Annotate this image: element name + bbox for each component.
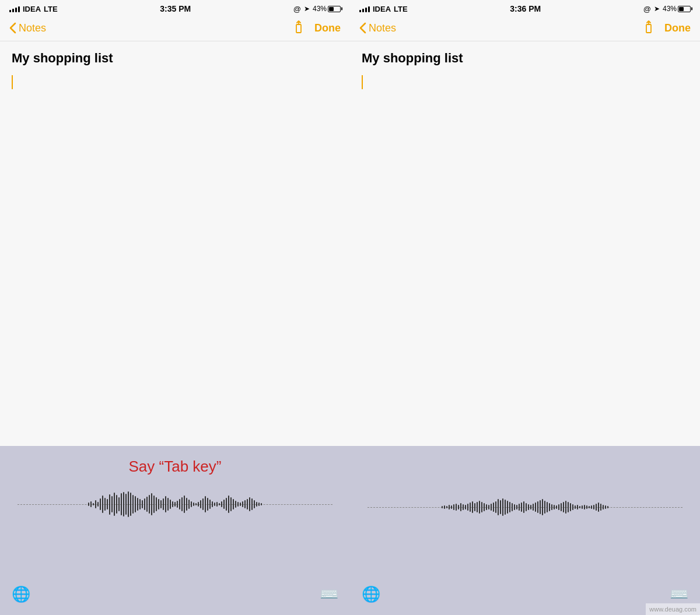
left-carrier: IDEA [23, 5, 41, 13]
left-battery: 43% [313, 5, 341, 13]
right-done-button[interactable]: Done [664, 22, 691, 34]
svg-rect-0 [296, 24, 301, 33]
left-note-title: My shopping list [12, 51, 338, 66]
left-globe-icon[interactable]: 🌐 [12, 585, 30, 603]
right-signal-icon [359, 5, 370, 12]
left-back-label: Notes [19, 22, 46, 34]
right-back-label: Notes [369, 22, 396, 34]
svg-rect-1 [646, 24, 651, 33]
left-status-right: @ ➤ 43% [293, 5, 341, 13]
right-battery: 43% [663, 5, 691, 13]
left-at-icon: @ [293, 5, 301, 13]
left-chevron-left-icon [9, 22, 16, 34]
watermark: www.deuag.com [646, 603, 700, 615]
left-battery-icon [328, 6, 341, 12]
left-network: LTE [44, 5, 58, 13]
right-bottom-buttons: 🌐 ⌨️ [350, 585, 700, 603]
right-status-left: IDEA LTE [359, 5, 408, 13]
right-status-bar: IDEA LTE 3:36 PM @ ➤ 43% [350, 0, 700, 17]
left-location-icon: ➤ [304, 5, 310, 13]
left-share-icon[interactable] [292, 20, 305, 36]
right-status-right: @ ➤ 43% [643, 5, 691, 13]
right-note-title: My shopping list [362, 51, 688, 66]
left-bottom-area: Say “Tab key” [0, 446, 350, 615]
left-bottom-buttons: 🌐 ⌨️ [0, 585, 350, 603]
left-status-left: IDEA LTE [9, 5, 58, 13]
right-bottom-area: 🌐 ⌨️ [350, 446, 700, 615]
left-note-content[interactable]: My shopping list [0, 41, 350, 446]
right-battery-pct: 43% [663, 5, 677, 13]
left-waveform [0, 490, 350, 519]
left-waveform-bars [88, 490, 262, 519]
right-cursor [362, 75, 688, 92]
left-nav-right: Done [292, 20, 341, 36]
right-network: LTE [394, 5, 408, 13]
right-text-cursor [362, 75, 363, 89]
right-chevron-left-icon [359, 22, 366, 34]
right-battery-icon [678, 6, 691, 12]
right-location-icon: ➤ [654, 5, 660, 13]
right-globe-icon[interactable]: 🌐 [362, 585, 380, 603]
right-nav-right: Done [642, 20, 691, 36]
left-done-button[interactable]: Done [314, 22, 341, 34]
right-at-icon: @ [643, 5, 651, 13]
left-battery-pct: 43% [313, 5, 327, 13]
right-back-button[interactable]: Notes [359, 22, 396, 34]
left-phone-screen: IDEA LTE 3:35 PM @ ➤ 43% Notes [0, 0, 350, 615]
right-keyboard-icon[interactable]: ⌨️ [670, 585, 688, 603]
left-back-button[interactable]: Notes [9, 22, 46, 34]
left-status-bar: IDEA LTE 3:35 PM @ ➤ 43% [0, 0, 350, 17]
right-note-content[interactable]: My shopping list [350, 41, 700, 446]
right-battery-fill [679, 7, 684, 11]
right-waveform-bars [442, 493, 608, 522]
right-nav-bar: Notes Done [350, 17, 700, 41]
right-carrier: IDEA [373, 5, 391, 13]
left-time: 3:35 PM [160, 4, 191, 13]
left-cursor [12, 75, 338, 92]
left-text-cursor [12, 75, 13, 89]
right-waveform [350, 493, 700, 522]
left-nav-bar: Notes Done [0, 17, 350, 41]
left-keyboard-icon[interactable]: ⌨️ [320, 585, 338, 603]
left-siri-hint: Say “Tab key” [129, 458, 222, 476]
right-phone-screen: IDEA LTE 3:36 PM @ ➤ 43% Notes [350, 0, 700, 615]
left-battery-fill [329, 7, 334, 11]
right-share-icon[interactable] [642, 20, 655, 36]
left-signal-icon [9, 5, 20, 12]
right-time: 3:36 PM [510, 4, 541, 13]
